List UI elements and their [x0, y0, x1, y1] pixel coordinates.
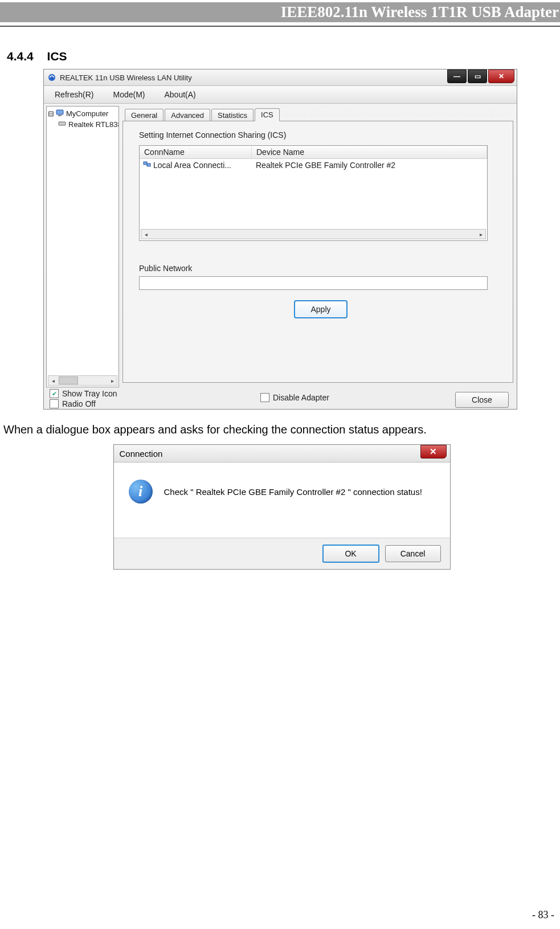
scroll-right-icon[interactable]: ▸: [108, 378, 117, 384]
page-number: - 83 -: [532, 909, 554, 921]
list-header: ConnName Device Name: [140, 146, 487, 159]
ics-group-label: Setting Internet Connection Sharing (ICS…: [139, 130, 502, 140]
checkbox-icon: [50, 399, 59, 408]
tree-root-label: MyComputer: [66, 109, 108, 118]
ok-button[interactable]: OK: [322, 545, 379, 563]
col-devicename[interactable]: Device Name: [252, 146, 487, 158]
doc-header-rule: [0, 26, 560, 27]
svg-rect-4: [144, 162, 147, 165]
cell-devicename: Realtek PCIe GBE Family Controller #2: [255, 161, 487, 170]
dialog-footer: OK Cancel: [114, 538, 450, 569]
window-title: REALTEK 11n USB Wireless LAN Utility: [60, 73, 192, 82]
window-titlebar[interactable]: REALTEK 11n USB Wireless LAN Utility — ▭…: [44, 69, 517, 86]
doc-header-title: IEEE802.11n Wireless 1T1R USB Adapter: [281, 3, 559, 21]
tree-root-item[interactable]: ⊟ MyComputer: [48, 109, 117, 118]
dialog-title: Connection: [120, 449, 163, 459]
svg-rect-1: [56, 110, 63, 114]
tree-scrollbar[interactable]: ◂ ▸: [48, 375, 117, 386]
minimize-button[interactable]: —: [447, 69, 467, 83]
tab-general[interactable]: General: [125, 109, 163, 121]
connections-list[interactable]: ConnName Device Name Local Area Connecti…: [139, 145, 488, 241]
cell-connname: Local Area Connecti...: [153, 161, 231, 170]
computer-icon: [56, 109, 64, 118]
menu-mode[interactable]: Mode(M): [108, 87, 150, 102]
disable-adapter-checkbox[interactable]: Disable Adapter: [260, 393, 329, 402]
section-title: ICS: [47, 50, 67, 63]
connection-dialog: Connection ✕ i Check " Realtek PCIe GBE …: [113, 444, 451, 570]
col-connname[interactable]: ConnName: [140, 146, 252, 158]
window-footer: ✔ Show Tray Icon Radio Off Disable Adapt…: [44, 387, 517, 410]
scroll-thumb[interactable]: [59, 376, 78, 384]
close-button-label: Close: [472, 395, 492, 404]
menu-refresh[interactable]: Refresh(R): [50, 87, 99, 102]
tree-child-label: Realtek RTL838: [68, 120, 119, 129]
section-heading: 4.4.4 ICS: [7, 50, 560, 63]
svg-rect-3: [59, 122, 66, 125]
tab-statistics[interactable]: Statistics: [211, 109, 254, 121]
list-item[interactable]: Local Area Connecti... Realtek PCIe GBE …: [140, 159, 487, 171]
disable-adapter-label: Disable Adapter: [273, 393, 329, 402]
show-tray-label: Show Tray Icon: [62, 389, 117, 398]
cancel-button[interactable]: Cancel: [385, 545, 441, 562]
apply-button-label: Apply: [310, 305, 330, 314]
window-close-button[interactable]: ✕: [488, 69, 514, 83]
dialog-close-button[interactable]: ✕: [420, 445, 447, 459]
radio-off-checkbox[interactable]: Radio Off: [50, 399, 117, 408]
close-button[interactable]: Close: [455, 392, 509, 408]
collapse-icon[interactable]: ⊟: [48, 109, 54, 118]
maximize-button[interactable]: ▭: [468, 69, 487, 83]
tree-child-item[interactable]: Realtek RTL838: [58, 120, 117, 129]
app-icon: [47, 73, 56, 82]
ics-tab-panel: Setting Internet Connection Sharing (ICS…: [122, 121, 513, 383]
utility-window: REALTEK 11n USB Wireless LAN Utility — ▭…: [43, 69, 517, 410]
adapter-icon: [58, 120, 66, 129]
list-scrollbar[interactable]: ◂ ▸: [141, 229, 486, 239]
info-icon: i: [129, 480, 153, 504]
device-tree[interactable]: ⊟ MyComputer Realtek RTL838 ◂: [46, 106, 119, 387]
menu-bar: Refresh(R) Mode(M) About(A): [44, 86, 517, 104]
show-tray-checkbox[interactable]: ✔ Show Tray Icon: [50, 389, 117, 398]
network-icon: [143, 160, 151, 170]
dialog-titlebar[interactable]: Connection ✕: [114, 445, 450, 463]
body-text: When a dialogue box appears and asks for…: [3, 423, 558, 436]
tab-ics[interactable]: ICS: [255, 108, 280, 121]
menu-about[interactable]: About(A): [159, 87, 201, 102]
tab-advanced[interactable]: Advanced: [165, 109, 210, 121]
scroll-left-icon[interactable]: ◂: [141, 231, 150, 238]
dialog-message: Check " Realtek PCIe GBE Family Controll…: [164, 487, 422, 497]
scroll-right-icon[interactable]: ▸: [476, 231, 485, 238]
public-network-label: Public Network: [139, 264, 502, 273]
apply-button[interactable]: Apply: [294, 300, 348, 318]
tab-strip: General Advanced Statistics ICS: [122, 106, 513, 121]
svg-point-0: [48, 74, 55, 81]
svg-rect-2: [58, 115, 62, 116]
public-network-input[interactable]: [139, 276, 488, 290]
checkbox-checked-icon: ✔: [50, 389, 59, 398]
cancel-button-label: Cancel: [400, 549, 426, 558]
scroll-left-icon[interactable]: ◂: [48, 378, 58, 384]
checkbox-icon: [260, 393, 269, 402]
svg-rect-5: [147, 163, 150, 166]
doc-header-bar: IEEE802.11n Wireless 1T1R USB Adapter: [0, 2, 560, 22]
section-number: 4.4.4: [7, 50, 34, 63]
radio-off-label: Radio Off: [62, 399, 96, 408]
ok-button-label: OK: [345, 549, 356, 558]
